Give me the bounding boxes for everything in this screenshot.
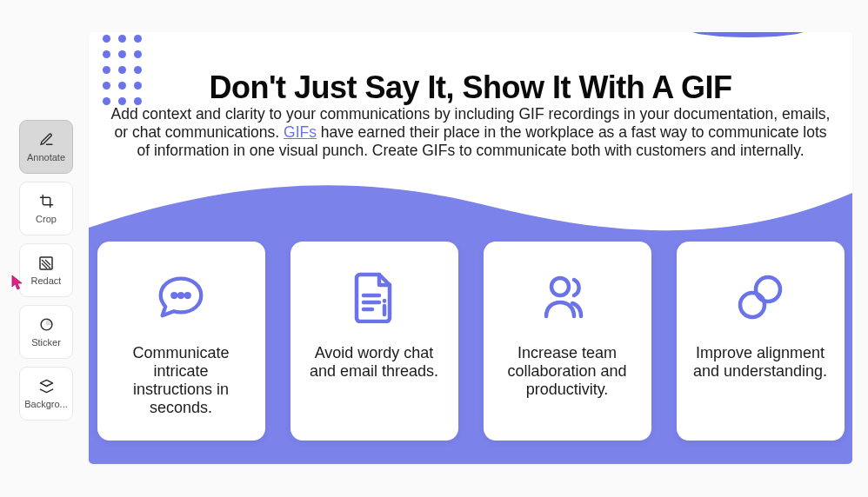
redact-icon <box>38 255 54 271</box>
page-subhead: Add context and clarity to your communic… <box>106 105 835 160</box>
svg-point-14 <box>756 277 780 302</box>
svg-point-7 <box>186 294 190 297</box>
feature-card-team: Increase team collaboration and producti… <box>484 242 651 441</box>
redact-button[interactable]: Redact <box>19 243 73 297</box>
redact-label: Redact <box>31 275 62 286</box>
pencil-icon <box>38 132 54 148</box>
crop-button[interactable]: Crop <box>19 182 73 235</box>
gifs-link[interactable]: GIFs <box>284 123 317 141</box>
background-label: Backgro... <box>24 399 68 409</box>
svg-point-13 <box>551 278 569 295</box>
annotate-button[interactable]: Annotate <box>19 120 73 174</box>
svg-point-6 <box>179 294 183 297</box>
decorative-blob <box>687 32 809 37</box>
svg-point-15 <box>740 293 765 317</box>
page-headline: Don't Just Say It, Show It With A GIF <box>89 70 852 106</box>
card-text: Improve alignment and understanding. <box>692 344 829 381</box>
background-icon <box>38 379 54 394</box>
card-text: Increase team collaboration and producti… <box>499 344 636 399</box>
feature-cards: Communicate intricate instructions in se… <box>96 242 845 441</box>
card-text: Communicate intricate instructions in se… <box>113 344 250 417</box>
background-button[interactable]: Backgro... <box>19 367 73 421</box>
card-text: Avoid wordy chat and email threads. <box>306 344 443 381</box>
svg-point-5 <box>172 294 176 297</box>
editor-toolbar: Annotate Crop Redact Sticker Backgro... <box>19 120 73 421</box>
shapes-icon <box>733 266 787 328</box>
sticker-button[interactable]: Sticker <box>19 305 73 359</box>
sticker-icon <box>38 317 54 333</box>
team-icon <box>539 266 595 328</box>
feature-card-communicate: Communicate intricate instructions in se… <box>97 242 265 441</box>
sticker-label: Sticker <box>31 337 61 348</box>
feature-card-alignment: Improve alignment and understanding. <box>677 242 845 441</box>
chat-bubble-icon <box>154 266 208 328</box>
canvas-viewport: Don't Just Say It, Show It With A GIF Ad… <box>89 32 852 464</box>
feature-card-avoid: Avoid wordy chat and email threads. <box>290 242 458 441</box>
document-icon <box>351 266 397 328</box>
annotate-label: Annotate <box>27 152 65 162</box>
crop-icon <box>38 194 54 209</box>
crop-label: Crop <box>36 214 57 224</box>
